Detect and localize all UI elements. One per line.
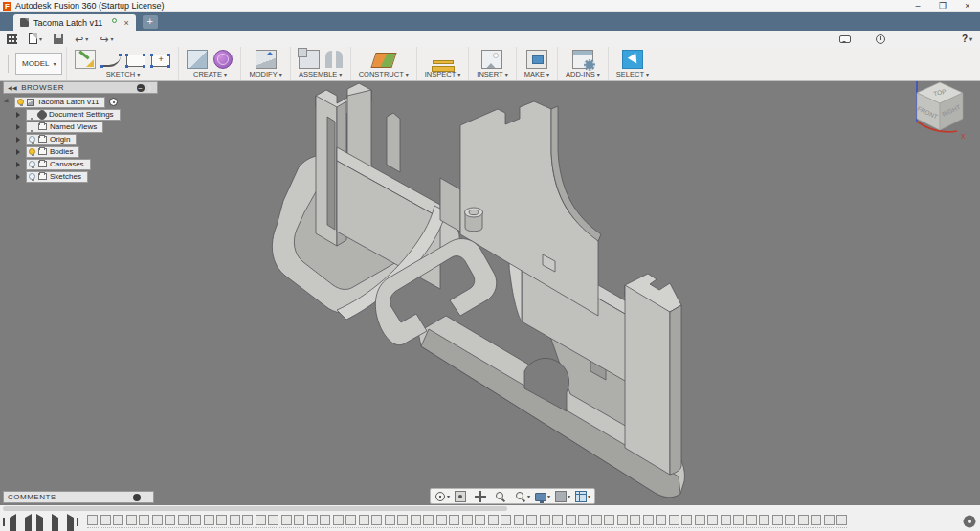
timeline-feature-icon[interactable] bbox=[411, 515, 421, 525]
timeline-feature-icon[interactable] bbox=[785, 515, 795, 525]
maximize-button[interactable]: ❐ bbox=[930, 0, 955, 12]
timeline-feature-icon[interactable] bbox=[333, 515, 344, 525]
browser-tree-item[interactable]: Sketches bbox=[3, 171, 158, 182]
timeline-settings-gear-icon[interactable] bbox=[965, 517, 974, 526]
browser-tree-item[interactable]: Named Views bbox=[3, 122, 158, 132]
workspace-selector[interactable]: MODEL ▾ bbox=[15, 53, 62, 75]
new-body-icon[interactable] bbox=[187, 50, 208, 69]
visibility-bulb-icon[interactable] bbox=[29, 161, 35, 167]
timeline-feature-icon[interactable] bbox=[526, 515, 537, 525]
timeline-feature-icon[interactable] bbox=[591, 515, 602, 525]
timeline-feature-icon[interactable] bbox=[204, 515, 214, 525]
timeline-feature-icon[interactable] bbox=[772, 515, 783, 525]
nav-button[interactable]: ▾ bbox=[475, 491, 490, 502]
expand-arrow-icon[interactable] bbox=[16, 162, 23, 167]
expand-arrow-icon[interactable] bbox=[16, 112, 23, 118]
timeline-feature-icon[interactable] bbox=[423, 515, 434, 525]
new-tab-button[interactable]: + bbox=[143, 15, 158, 29]
visibility-bulb-icon[interactable] bbox=[29, 136, 35, 143]
timeline-feature-icon[interactable] bbox=[126, 515, 137, 525]
timeline-feature-icon[interactable] bbox=[230, 515, 240, 525]
timeline-feature-icon[interactable] bbox=[87, 515, 98, 525]
visibility-bulb-icon[interactable] bbox=[29, 111, 35, 118]
comments-flip-icon[interactable]: ❭ bbox=[143, 493, 149, 501]
timeline-feature-icon[interactable] bbox=[139, 515, 149, 525]
visibility-bulb-icon[interactable] bbox=[29, 148, 35, 155]
timeline-feature-icon[interactable] bbox=[656, 515, 666, 525]
panel-flip-icon[interactable]: ❭ bbox=[146, 83, 153, 92]
save-button[interactable] bbox=[52, 33, 65, 45]
browser-root-item[interactable]: Tacoma Latch v11 bbox=[3, 97, 158, 107]
model-viewport[interactable]: ◀◀ BROWSER – ❭ Tacoma Latch v11 bbox=[0, 81, 980, 505]
timeline-feature-icon[interactable] bbox=[746, 515, 757, 525]
expand-arrow-icon[interactable] bbox=[16, 174, 23, 180]
nav-button[interactable]: ▾ bbox=[575, 491, 590, 502]
timeline-feature-icon[interactable] bbox=[475, 515, 485, 525]
collapse-panel-icon[interactable]: ◀◀ bbox=[8, 84, 17, 91]
timeline-feature-icon[interactable] bbox=[345, 515, 356, 525]
timeline-feature-icon[interactable] bbox=[307, 515, 318, 525]
help-button[interactable]: ?▾ bbox=[962, 33, 972, 44]
timeline-feature-icon[interactable] bbox=[669, 515, 679, 525]
browser-header[interactable]: ◀◀ BROWSER – ❭ bbox=[3, 81, 158, 94]
expand-arrow-icon[interactable] bbox=[16, 124, 23, 130]
ribbon-group-dropdown[interactable]: INSPECT ▾ bbox=[425, 70, 461, 78]
close-button[interactable]: × bbox=[955, 0, 980, 12]
timeline-feature-icon[interactable] bbox=[721, 515, 731, 525]
timeline-feature-icon[interactable] bbox=[359, 515, 369, 525]
new-component-icon[interactable] bbox=[299, 50, 320, 69]
visibility-bulb-icon[interactable] bbox=[29, 173, 35, 180]
expand-arrow-icon[interactable] bbox=[16, 149, 23, 155]
visibility-bulb-icon[interactable] bbox=[29, 123, 35, 130]
browser-tree-item[interactable]: Bodies bbox=[3, 146, 158, 157]
timeline-feature-icon[interactable] bbox=[371, 515, 382, 525]
insert-image-icon[interactable] bbox=[481, 50, 502, 69]
timeline-feature-icon[interactable] bbox=[165, 515, 175, 525]
ribbon-group-dropdown[interactable]: CONSTRUCT ▾ bbox=[359, 70, 409, 78]
file-menu-button[interactable]: ▾ bbox=[27, 33, 44, 45]
history-button[interactable] bbox=[874, 33, 887, 45]
timeline-feature-icon[interactable] bbox=[190, 515, 201, 525]
timeline-feature-icon[interactable] bbox=[100, 515, 111, 525]
timeline-feature-icon[interactable] bbox=[449, 515, 459, 525]
timeline-feature-icon[interactable] bbox=[436, 515, 447, 525]
panel-minimize-icon[interactable]: – bbox=[137, 84, 145, 92]
step-forward-button[interactable] bbox=[52, 518, 60, 526]
view-cube[interactable]: TOP FRONT RIGHT Z X bbox=[896, 81, 972, 148]
timeline-feature-icon[interactable] bbox=[385, 515, 395, 525]
form-icon[interactable] bbox=[213, 50, 233, 69]
tab-close-icon[interactable]: × bbox=[123, 18, 128, 28]
timeline-feature-icon[interactable] bbox=[604, 515, 614, 525]
expand-arrow-icon[interactable] bbox=[16, 137, 23, 143]
timeline-feature-icon[interactable] bbox=[256, 515, 266, 525]
ribbon-group-dropdown[interactable]: ADD-INS ▾ bbox=[566, 70, 600, 78]
timeline-feature-icon[interactable] bbox=[462, 515, 473, 525]
timeline-feature-icon[interactable] bbox=[152, 515, 163, 525]
timeline-feature-icon[interactable] bbox=[216, 515, 227, 525]
comments-panel[interactable]: COMMENTS – ❭ bbox=[3, 491, 154, 503]
measure-icon[interactable] bbox=[433, 60, 454, 64]
nav-button[interactable]: ▾ bbox=[515, 491, 530, 502]
document-tab[interactable]: Tacoma Latch v11 × bbox=[13, 14, 136, 31]
timeline-feature-icon[interactable] bbox=[759, 515, 769, 525]
timeline-feature-icon[interactable] bbox=[514, 515, 524, 525]
play-button[interactable] bbox=[36, 518, 45, 526]
visibility-bulb-icon[interactable] bbox=[17, 99, 24, 105]
ribbon-group-dropdown[interactable]: ASSEMBLE ▾ bbox=[299, 70, 342, 78]
rectangle-icon[interactable] bbox=[126, 55, 145, 67]
toolbar-drag-handle[interactable] bbox=[8, 55, 11, 73]
timeline-feature-icon[interactable] bbox=[836, 515, 847, 525]
press-pull-icon[interactable] bbox=[256, 50, 277, 69]
timeline-feature-icon[interactable] bbox=[695, 515, 705, 525]
go-to-end-button[interactable] bbox=[67, 518, 76, 526]
addins-icon[interactable] bbox=[572, 50, 593, 69]
create-sketch-icon[interactable] bbox=[75, 50, 96, 69]
ribbon-group-dropdown[interactable]: SKETCH ▾ bbox=[106, 70, 140, 78]
browser-tree-item[interactable]: Origin bbox=[3, 134, 158, 144]
select-icon[interactable] bbox=[622, 50, 643, 69]
make-icon[interactable] bbox=[526, 50, 547, 69]
timeline-feature-icon[interactable] bbox=[113, 515, 123, 525]
timeline-feature-icon[interactable] bbox=[617, 515, 628, 525]
timeline-feature-icon[interactable] bbox=[540, 515, 550, 525]
timeline-scrollbar[interactable] bbox=[3, 506, 507, 511]
